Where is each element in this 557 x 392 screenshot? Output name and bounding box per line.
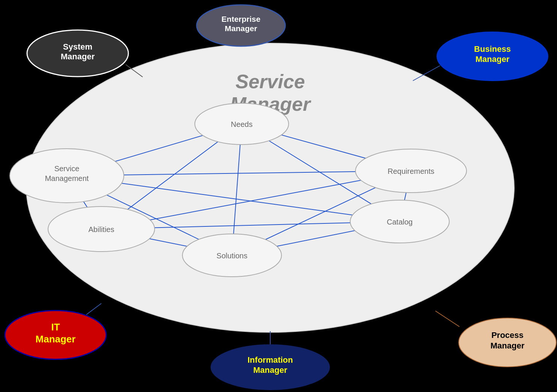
line-it: [86, 303, 101, 315]
requirements-text: Requirements: [388, 167, 435, 175]
main-svg: Service Manager: [0, 0, 557, 392]
line-process: [435, 311, 459, 327]
abilities-text: Abilities: [89, 225, 114, 234]
information-manager-text2: Manager: [253, 365, 288, 375]
information-manager-text: Information: [248, 355, 293, 365]
business-manager-text2: Manager: [476, 54, 510, 64]
system-manager-text2: Manager: [61, 52, 95, 61]
system-manager-text: System: [63, 42, 92, 51]
enterprise-manager-text2: Manager: [225, 24, 257, 33]
service-management-text: Service: [54, 164, 80, 173]
business-manager-text: Business: [474, 44, 511, 54]
it-manager-text2: Manager: [36, 333, 76, 345]
solutions-text: Solutions: [217, 252, 247, 260]
enterprise-manager-text: Enterprise: [221, 15, 260, 23]
process-manager-text2: Manager: [491, 341, 525, 350]
needs-text: Needs: [231, 120, 253, 128]
service-management-text2: Management: [45, 174, 89, 182]
process-manager-text: Process: [491, 330, 524, 340]
service-manager-label: Service: [235, 71, 305, 92]
catalog-text: Catalog: [387, 218, 413, 226]
it-manager-text: IT: [51, 321, 60, 333]
diagram-container: Service Manager: [0, 0, 557, 392]
